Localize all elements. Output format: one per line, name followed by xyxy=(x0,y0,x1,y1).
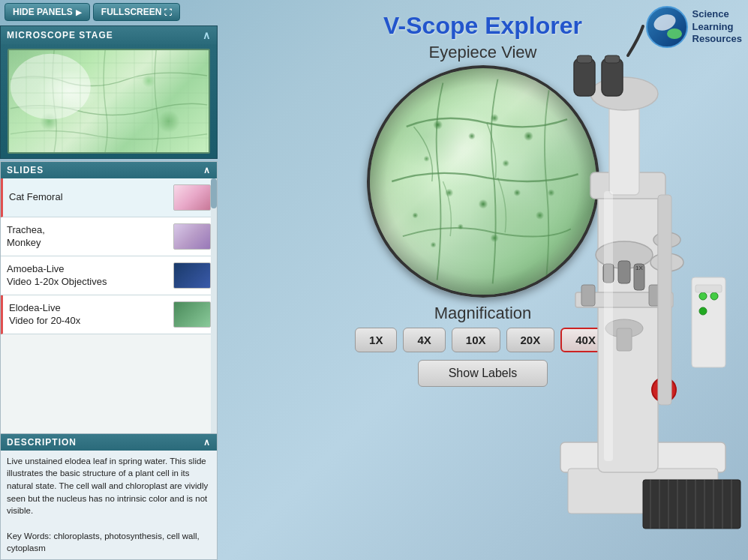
slide-thumb-elodea-live xyxy=(173,301,211,328)
svg-point-35 xyxy=(699,292,707,300)
slide-item-amoeba-live-label: Amoeba-LiveVideo 1-20x Objectives xyxy=(7,263,107,289)
slides-collapse-icon[interactable]: ∧ xyxy=(203,165,211,175)
slide-item-cat-femoral[interactable]: Cat Femoral xyxy=(1,178,217,217)
mag-1x-button[interactable]: 1X xyxy=(355,328,397,352)
svg-point-0 xyxy=(11,54,91,119)
stage-image xyxy=(8,49,210,154)
svg-rect-18 xyxy=(574,58,595,96)
svg-point-36 xyxy=(710,292,718,300)
svg-rect-20 xyxy=(602,58,623,96)
description-section: DESCRIPTION ∧ Live unstained elodea leaf… xyxy=(0,434,218,560)
description-keywords: Key Words: chloroplasts, photosynthesis,… xyxy=(7,532,200,553)
microscope-image: 1X xyxy=(493,22,748,532)
stage-header-label: MICROSCOPE STAGE xyxy=(7,30,113,40)
svg-rect-23 xyxy=(618,261,630,283)
hide-panels-button[interactable]: HIDE PANELS ▶ xyxy=(5,3,90,21)
top-bar: HIDE PANELS ▶ FULLSCREEN ⛶ xyxy=(0,0,185,24)
description-collapse-icon[interactable]: ∧ xyxy=(203,437,211,448)
stage-cell-svg xyxy=(9,50,209,152)
stage-section: MICROSCOPE STAGE ∧ xyxy=(0,25,218,159)
hide-panels-label: HIDE PANELS xyxy=(13,7,73,17)
slide-item-cat-femoral-label: Cat Femoral xyxy=(9,191,63,204)
slide-thumb-cat-femoral xyxy=(173,184,211,211)
svg-rect-40 xyxy=(604,191,613,461)
mag-4x-button[interactable]: 4X xyxy=(403,328,445,352)
svg-rect-3 xyxy=(643,480,740,529)
slide-thumb-amoeba-live xyxy=(173,262,211,289)
description-header: DESCRIPTION ∧ xyxy=(1,434,217,451)
microscope-svg: 1X xyxy=(493,22,748,532)
svg-text:1X: 1X xyxy=(635,265,643,271)
svg-rect-19 xyxy=(577,55,592,63)
fullscreen-icon: ⛶ xyxy=(164,8,172,16)
svg-rect-30 xyxy=(617,328,632,351)
svg-rect-27 xyxy=(581,285,595,306)
svg-rect-38 xyxy=(695,285,722,292)
slide-item-trachea-monkey-label: Trachea,Monkey xyxy=(7,224,45,250)
slides-section: SLIDES ∧ Cat Femoral Trachea,Monkey Amoe… xyxy=(0,161,218,434)
slide-item-elodea-live-label: Elodea-LiveVideo for 20-40x xyxy=(9,302,80,328)
stage-header: MICROSCOPE STAGE ∧ xyxy=(1,26,217,44)
logo-line1: Science xyxy=(692,8,729,21)
slides-list: Cat Femoral Trachea,Monkey Amoeba-LiveVi… xyxy=(1,178,217,433)
svg-rect-21 xyxy=(605,55,620,63)
slide-item-elodea-live[interactable]: Elodea-LiveVideo for 20-40x xyxy=(1,295,217,334)
stage-collapse-icon[interactable]: ∧ xyxy=(203,29,211,41)
fullscreen-label: FULLSCREEN xyxy=(101,7,162,17)
slides-header: SLIDES ∧ xyxy=(1,162,217,178)
slide-thumb-trachea-monkey xyxy=(173,223,211,250)
svg-rect-41 xyxy=(658,195,671,405)
slides-header-label: SLIDES xyxy=(7,165,44,175)
description-header-label: DESCRIPTION xyxy=(7,437,77,448)
svg-rect-16 xyxy=(609,97,639,195)
hide-panels-arrow-icon: ▶ xyxy=(76,8,82,16)
scrollbar-track xyxy=(211,178,217,433)
svg-point-37 xyxy=(699,307,707,315)
svg-point-17 xyxy=(590,77,658,110)
fullscreen-button[interactable]: FULLSCREEN ⛶ xyxy=(93,3,181,21)
slide-item-amoeba-live[interactable]: Amoeba-LiveVideo 1-20x Objectives xyxy=(1,256,217,295)
scrollbar-thumb[interactable] xyxy=(211,178,217,208)
slide-item-trachea-monkey[interactable]: Trachea,Monkey xyxy=(1,217,217,256)
left-panel: MICROSCOPE STAGE ∧ SLIDES ∧ xyxy=(0,25,218,560)
description-content: Live unstained elodea leaf in spring wat… xyxy=(1,451,217,559)
